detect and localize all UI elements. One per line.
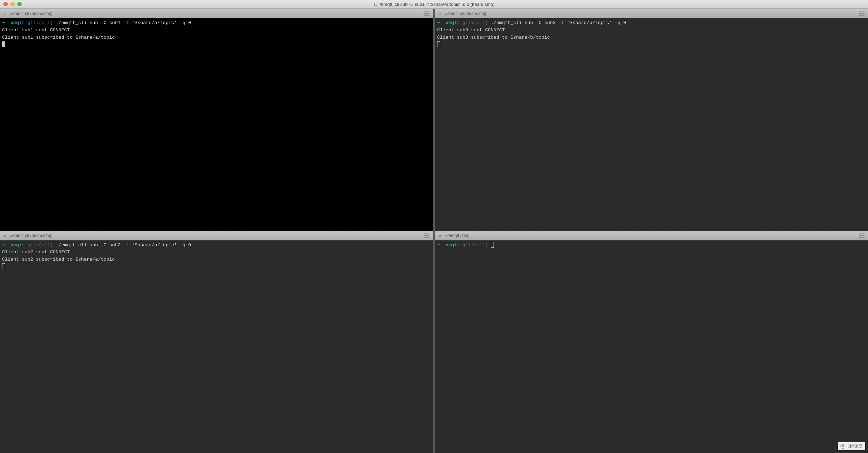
tab-menu-icon[interactable] (859, 233, 865, 238)
tab-title[interactable]: ./emqtt_cli (beam.smp) (10, 233, 53, 238)
prompt-git-label: git:( (27, 243, 42, 248)
prompt-arrow-icon: ➜ (2, 20, 5, 25)
terminal-split-grid: × ./emqtt_cli (beam.smp) ➜ emqtt git:(cl… (0, 9, 868, 453)
tab-title[interactable]: ./emqtt_cli (beam.smp) (10, 11, 53, 16)
command-text: ./emqtt_cli sub -C sub2 -t '$share/a/top… (56, 243, 191, 248)
terminal-content[interactable]: ➜ emqtt git:(cli) ./emqtt_cli sub -C sub… (435, 18, 868, 231)
prompt-branch: cli (476, 243, 485, 248)
prompt-project: emqtt (10, 243, 25, 248)
watermark-logo-icon: X (841, 444, 845, 449)
output-line: Client sub2 subscribed to $share/a/topic (2, 257, 115, 262)
prompt-arrow-icon: ➜ (437, 20, 440, 25)
minimize-window-button[interactable] (10, 2, 15, 6)
terminal-pane-top-right[interactable]: × ./emqtt_cli (beam.smp) ➜ emqtt git:(cl… (435, 9, 868, 231)
prompt-project: emqtt (445, 20, 460, 25)
pane-tabbar: × ./emqtt_cli (beam.smp) (0, 231, 433, 240)
prompt-git-close: ) (485, 243, 488, 248)
prompt-arrow-icon: ➜ (437, 243, 440, 248)
prompt-git-label: git:( (463, 243, 477, 248)
tab-title[interactable]: ./emqtt_cli (beam.smp) (445, 11, 488, 16)
window-titlebar[interactable]: 1. ./emqtt_cli sub -C sub1 -t '$share/a/… (0, 0, 868, 9)
prompt-branch: cli (41, 243, 50, 248)
output-line: Client sub1 subscribed to $share/a/topic (2, 35, 115, 40)
tab-menu-icon[interactable] (424, 11, 429, 16)
close-tab-icon[interactable]: × (3, 10, 7, 16)
terminal-pane-bottom-right[interactable]: × ~/emqtt (zsh) ➜ emqtt git:(cli) (435, 231, 868, 453)
watermark-badge: X 创新互联 (838, 442, 865, 450)
tab-menu-icon[interactable] (424, 233, 429, 238)
terminal-content[interactable]: ➜ emqtt git:(cli) (435, 240, 868, 453)
close-tab-icon[interactable]: × (439, 10, 442, 16)
traffic-lights (3, 2, 22, 6)
close-tab-icon[interactable]: × (3, 233, 7, 239)
pane-tabbar: × ./emqtt_cli (beam.smp) (435, 9, 868, 18)
window-title: 1. ./emqtt_cli sub -C sub1 -t '$share/a/… (0, 2, 868, 7)
output-line: Client sub1 sent CONNECT (2, 27, 70, 33)
prompt-git-label: git:( (27, 20, 42, 25)
pane-tabbar: × ~/emqtt (zsh) (435, 231, 868, 240)
command-text: ./emqtt_cli sub -C sub3 -t '$share/b/top… (491, 20, 626, 25)
pane-tabbar: × ./emqtt_cli (beam.smp) (0, 9, 433, 18)
output-line: Client sub3 sent CONNECT (437, 27, 505, 33)
watermark-text: 创新互联 (847, 444, 862, 449)
output-line: Client sub3 subscribed to $share/b/topic (437, 35, 550, 40)
terminal-cursor (2, 41, 5, 47)
zoom-window-button[interactable] (17, 2, 22, 6)
terminal-pane-bottom-left[interactable]: × ./emqtt_cli (beam.smp) ➜ emqtt git:(cl… (0, 231, 433, 453)
terminal-content[interactable]: ➜ emqtt git:(cli) ./emqtt_cli sub -C sub… (0, 240, 433, 453)
close-window-button[interactable] (3, 2, 8, 6)
prompt-branch: cli (476, 20, 485, 25)
prompt-git-close: ) (50, 243, 53, 248)
output-line: Client sub2 sent CONNECT (2, 249, 70, 255)
close-tab-icon[interactable]: × (439, 233, 442, 239)
prompt-arrow-icon: ➜ (2, 243, 5, 248)
prompt-git-close: ) (50, 20, 53, 25)
command-text: ./emqtt_cli sub -C sub1 -t '$share/a/top… (56, 20, 191, 25)
tab-title[interactable]: ~/emqtt (zsh) (445, 233, 469, 238)
terminal-content[interactable]: ➜ emqtt git:(cli) ./emqtt_cli sub -C sub… (0, 18, 433, 231)
prompt-project: emqtt (10, 20, 25, 25)
tab-menu-icon[interactable] (859, 11, 865, 16)
terminal-cursor (2, 263, 5, 269)
prompt-git-close: ) (485, 20, 488, 25)
prompt-git-label: git:( (463, 20, 477, 25)
terminal-pane-top-left[interactable]: × ./emqtt_cli (beam.smp) ➜ emqtt git:(cl… (0, 9, 433, 231)
terminal-cursor (437, 41, 440, 47)
prompt-project: emqtt (445, 243, 460, 248)
terminal-cursor (491, 242, 494, 248)
prompt-branch: cli (41, 20, 50, 25)
